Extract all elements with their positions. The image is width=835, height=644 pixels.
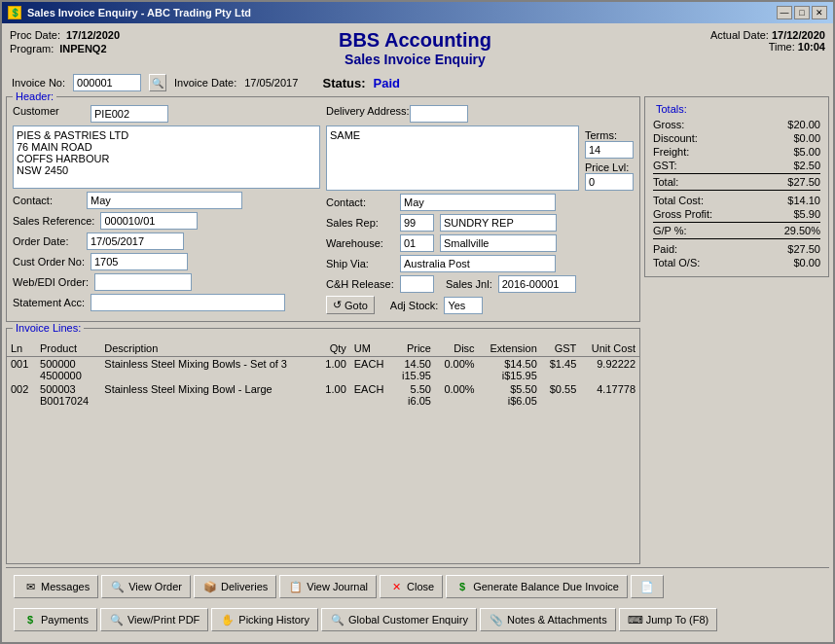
generate-balance-button[interactable]: $ Generate Balance Due Invoice	[446, 575, 628, 598]
status-label: Status:	[322, 76, 365, 90]
customer-input[interactable]	[91, 105, 168, 123]
view-journal-button[interactable]: 📋 View Journal	[279, 575, 377, 598]
right-panel: Totals: Gross: $20.00 Discount: $0.00 Fr…	[644, 96, 829, 564]
program-value: INPENQ2	[59, 43, 106, 54]
global-customer-label: Global Customer Enquiry	[348, 614, 468, 626]
contact1-row: Contact:	[13, 192, 320, 209]
statement-acc-label: Statement Acc:	[13, 297, 85, 308]
proc-date-row: Proc Date: 17/12/2020	[10, 29, 120, 41]
total-row: Total: $27.50	[653, 173, 820, 191]
order-date-input[interactable]	[87, 233, 184, 250]
sales-rep-row: Sales Rep:	[326, 214, 634, 232]
contact2-input[interactable]	[400, 194, 556, 211]
messages-button[interactable]: ✉ Messages	[14, 575, 98, 598]
web-edi-input[interactable]	[94, 273, 192, 291]
company-address-row: PIES & PASTRIES LTD 76 MAIN ROAD COFFS H…	[13, 125, 320, 189]
adj-stock-input[interactable]	[444, 297, 483, 314]
address-line1: 76 MAIN ROAD	[17, 141, 316, 153]
total-os-label: Total O/S:	[653, 257, 700, 268]
close-label: Close	[407, 581, 434, 592]
header-group: Header: Customer PIES & PASTRIES LTD	[6, 96, 640, 322]
deliveries-button[interactable]: 📦 Deliveries	[194, 575, 276, 598]
view-order-button[interactable]: 🔍 View Order	[101, 575, 191, 598]
delivery-address-input[interactable]	[410, 105, 468, 123]
contact1-input[interactable]	[87, 192, 242, 209]
warehouse-row: Warehouse:	[326, 234, 634, 252]
close-button[interactable]: ✕ Close	[380, 575, 443, 598]
col-gst: GST	[541, 340, 580, 357]
gross-label: Gross:	[653, 119, 684, 130]
maximize-button[interactable]: □	[794, 6, 810, 19]
sales-ref-input[interactable]	[100, 212, 198, 230]
app-title: BBS Accounting	[339, 29, 491, 52]
row1-extension: $14.50i$15.95	[479, 357, 541, 383]
total-value: $27.50	[762, 176, 820, 188]
jump-to-button[interactable]: ⌨ Jump To (F8)	[619, 608, 718, 631]
price-lvl-label: Price Lvl:	[585, 161, 634, 173]
invoice-search-button[interactable]: 🔍	[149, 74, 166, 91]
customer-label: Customer	[13, 105, 91, 117]
close-window-button[interactable]: ✕	[812, 6, 827, 19]
ship-via-input[interactable]	[400, 255, 556, 272]
global-customer-icon: 🔍	[330, 612, 345, 627]
proc-date-label: Proc Date:	[10, 29, 60, 41]
minimize-button[interactable]: —	[777, 6, 792, 19]
sales-rep-name-input[interactable]	[440, 214, 557, 232]
notes-button[interactable]: 📎 Notes & Attachments	[480, 608, 616, 631]
payments-button[interactable]: $ Payments	[14, 608, 97, 631]
delivery-area: SAME	[326, 125, 579, 191]
invoice-no-input[interactable]: 000001	[73, 74, 141, 91]
row1-disc: 0.00%	[435, 357, 479, 383]
terms-box: Terms: Price Lvl:	[585, 125, 634, 191]
total-cost-label: Total Cost:	[653, 195, 704, 206]
view-print-button[interactable]: 🔍 View/Print PDF	[100, 608, 208, 631]
global-customer-button[interactable]: 🔍 Global Customer Enquiry	[321, 608, 477, 631]
titlebar-buttons: — □ ✕	[777, 6, 827, 19]
invoice-lines-group: Invoice Lines: Ln Product Description Qt…	[6, 328, 640, 564]
program-row: Program: INPENQ2	[10, 43, 120, 54]
sales-jnl-input[interactable]	[498, 275, 576, 293]
extra-button[interactable]: 📄	[631, 575, 664, 598]
ch-release-input[interactable]	[400, 275, 434, 293]
col-price: Price	[393, 340, 435, 357]
totals-group: Totals: Gross: $20.00 Discount: $0.00 Fr…	[644, 96, 829, 277]
main-window: 💲 Sales Invoice Enquiry - ABC Trading Pt…	[0, 0, 835, 644]
row2-extension: $5.50i$6.05	[479, 382, 541, 408]
goto-button[interactable]: ↺ Goto	[326, 296, 375, 314]
header-left-col: Customer PIES & PASTRIES LTD 76 MAIN ROA…	[13, 105, 320, 317]
picking-history-button[interactable]: ✋ Picking History	[211, 608, 318, 631]
delivery-address-label: Delivery Address:	[326, 105, 410, 117]
row2-gst: $0.55	[541, 382, 580, 408]
view-order-icon: 🔍	[110, 579, 126, 594]
freight-value: $5.00	[762, 146, 820, 158]
col-extension: Extension	[479, 340, 541, 357]
col-description: Description	[100, 340, 317, 357]
delivery-terms-row: SAME Terms: Price Lvl:	[326, 125, 634, 191]
warehouse-name-input[interactable]	[440, 234, 557, 252]
price-lvl-input[interactable]	[585, 173, 634, 191]
view-print-label: View/Print PDF	[127, 614, 200, 626]
terms-label: Terms:	[585, 129, 634, 141]
cust-order-input[interactable]	[91, 253, 188, 270]
sales-rep-code-input[interactable]	[400, 214, 434, 232]
statement-acc-input[interactable]	[91, 294, 285, 311]
paid-value: $27.50	[762, 243, 820, 255]
button-row-2: $ Payments 🔍 View/Print PDF ✋ Picking Hi…	[10, 604, 825, 635]
close-icon: ✕	[388, 579, 404, 594]
row1-price: 14.50i15.95	[393, 357, 435, 383]
delivery-content: SAME	[330, 129, 360, 141]
ch-release-row: C&H Release: Sales Jnl:	[326, 275, 634, 293]
gp-percent-label: G/P %:	[653, 225, 687, 236]
address-line3: NSW 2450	[17, 164, 316, 176]
view-order-label: View Order	[128, 581, 182, 592]
warehouse-code-input[interactable]	[400, 234, 434, 252]
terms-input[interactable]	[585, 141, 634, 159]
row1-gst: $1.45	[541, 357, 580, 383]
program-label: Program:	[10, 43, 54, 54]
row2-qty: 1.00	[317, 382, 350, 408]
discount-label: Discount:	[653, 132, 698, 144]
ch-release-label: C&H Release:	[326, 278, 394, 290]
invoice-lines-table: Ln Product Description Qty UM Price Disc…	[7, 340, 639, 408]
company-address: PIES & PASTRIES LTD 76 MAIN ROAD COFFS H…	[13, 125, 320, 189]
status-value: Paid	[374, 76, 400, 90]
